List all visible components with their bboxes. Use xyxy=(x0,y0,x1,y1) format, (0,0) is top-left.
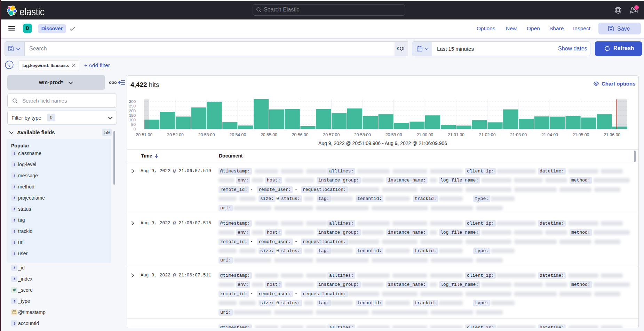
svg-text:50: 50 xyxy=(131,122,136,127)
svg-text:150: 150 xyxy=(129,113,136,118)
svg-text:20:58:00: 20:58:00 xyxy=(354,132,371,137)
svg-text:21:02:00: 21:02:00 xyxy=(479,132,496,137)
svg-text:21:06:00: 21:06:00 xyxy=(604,132,620,137)
svg-text:21:04:00: 21:04:00 xyxy=(541,132,558,137)
svg-text:20:57:00: 20:57:00 xyxy=(323,132,340,137)
svg-text:20:55:00: 20:55:00 xyxy=(261,132,277,137)
svg-text:0: 0 xyxy=(134,127,136,131)
svg-text:20:56:00: 20:56:00 xyxy=(292,132,309,137)
svg-text:21:03:00: 21:03:00 xyxy=(510,132,527,137)
svg-text:20:53:00: 20:53:00 xyxy=(198,132,215,137)
svg-text:250: 250 xyxy=(129,104,136,108)
svg-text:300: 300 xyxy=(129,99,136,104)
svg-text:20:59:00: 20:59:00 xyxy=(385,132,402,137)
svg-text:20:51:00: 20:51:00 xyxy=(136,132,152,137)
svg-text:21:00:00: 21:00:00 xyxy=(416,132,433,137)
svg-text:100: 100 xyxy=(129,118,136,122)
svg-text:21:05:00: 21:05:00 xyxy=(573,132,589,137)
svg-text:20:54:00: 20:54:00 xyxy=(229,132,246,137)
svg-text:20:52:00: 20:52:00 xyxy=(167,132,184,137)
svg-text:21:01:00: 21:01:00 xyxy=(448,132,464,137)
svg-text:200: 200 xyxy=(129,109,136,113)
